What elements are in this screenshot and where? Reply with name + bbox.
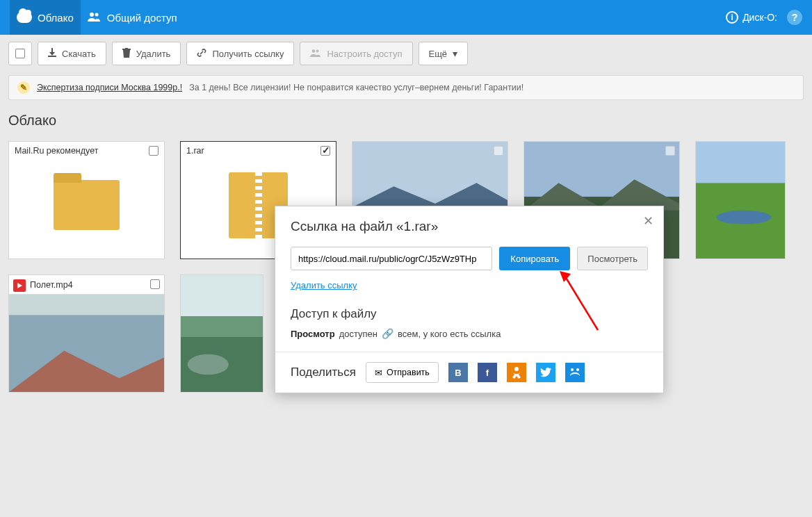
more-label: Ещё <box>429 49 448 59</box>
access-who: всем, у кого есть ссылка <box>398 329 501 339</box>
file-polet-mp4[interactable]: Полет.mp4 <box>8 274 165 393</box>
image-thumbnail <box>9 275 164 392</box>
chevron-down-icon: ▾ <box>453 48 457 59</box>
image-thumbnail <box>696 142 785 258</box>
toolbar: Скачать Удалить Получить ссылку Настроит… <box>8 42 804 65</box>
item-checkbox[interactable] <box>494 146 503 156</box>
share-title: Поделиться <box>291 366 356 379</box>
delete-link[interactable]: Удалить ссылку <box>291 280 357 290</box>
nav-cloud-label: Облако <box>38 12 74 24</box>
share-link-modal: ✕ Ссылка на файл «1.rar» Копировать Посм… <box>275 206 664 393</box>
share-url-input[interactable] <box>291 247 492 270</box>
download-button[interactable]: Скачать <box>38 42 106 65</box>
send-label: Отправить <box>387 368 430 377</box>
access-mode: Просмотр <box>291 329 335 339</box>
svg-point-14 <box>717 211 772 224</box>
share-vk-button[interactable]: B <box>448 363 468 382</box>
svg-rect-21 <box>181 316 263 337</box>
item-checkbox[interactable] <box>665 146 675 156</box>
item-checkbox[interactable] <box>150 279 160 289</box>
link-icon <box>197 48 206 60</box>
info-icon: i <box>726 11 738 24</box>
svg-point-4 <box>316 50 319 53</box>
access-text: доступен <box>339 329 377 339</box>
svg-rect-8 <box>524 142 679 197</box>
access-button[interactable]: Настроить доступ <box>300 42 412 65</box>
ad-icon: ✎ <box>17 81 30 94</box>
close-button[interactable]: ✕ <box>643 213 653 229</box>
access-label: Настроить доступ <box>327 49 402 59</box>
modal-title: Ссылка на файл «1.rar» <box>291 219 648 234</box>
nav-shared[interactable]: Общий доступ <box>81 0 184 35</box>
folder-mailru-recommends[interactable]: Mail.Ru рекомендует <box>8 141 165 259</box>
svg-point-23 <box>514 367 519 371</box>
top-nav: Облако Общий доступ i Диск-О: ? <box>0 0 812 35</box>
nav-help[interactable]: ? <box>787 10 802 25</box>
file-label: Полет.mp4 <box>30 280 73 290</box>
svg-point-24 <box>571 368 574 371</box>
cloud-icon <box>17 12 32 23</box>
image-item-3[interactable] <box>695 141 786 259</box>
nav-cloud[interactable]: Облако <box>10 0 81 35</box>
group-icon <box>310 48 321 59</box>
delete-button[interactable]: Удалить <box>112 42 181 65</box>
svg-rect-18 <box>9 295 164 315</box>
view-button[interactable]: Посмотреть <box>577 247 648 270</box>
file-label: 1.rar <box>186 146 204 156</box>
item-checkbox[interactable] <box>320 146 330 156</box>
svg-point-22 <box>188 354 229 375</box>
delete-label: Удалить <box>136 49 171 59</box>
svg-point-25 <box>576 368 579 371</box>
download-icon <box>48 48 56 59</box>
svg-point-3 <box>312 49 316 53</box>
trash-icon <box>122 48 131 60</box>
download-label: Скачать <box>62 49 96 59</box>
image-item-4[interactable] <box>180 274 263 393</box>
ad-body: За 1 день! Все лицензии! Не понравится к… <box>189 83 523 92</box>
checkbox-icon <box>15 49 25 58</box>
link-icon: 🔗 <box>382 328 393 339</box>
svg-rect-19 <box>181 275 263 316</box>
access-info: Просмотр доступен 🔗 всем, у кого есть сс… <box>291 328 648 339</box>
share-mymir-button[interactable] <box>565 363 585 382</box>
video-icon <box>13 279 26 292</box>
nav-disko-label: Диск-О: <box>742 12 777 23</box>
more-button[interactable]: Ещё ▾ <box>419 42 469 65</box>
share-ok-button[interactable] <box>507 363 526 382</box>
svg-point-1 <box>95 13 98 16</box>
mail-icon: ✉ <box>375 368 382 378</box>
svg-rect-12 <box>696 142 785 183</box>
nav-shared-label: Общий доступ <box>107 12 177 24</box>
share-section: Поделиться ✉ Отправить B f <box>275 352 663 393</box>
item-checkbox[interactable] <box>149 146 159 156</box>
getlink-button[interactable]: Получить ссылку <box>186 42 294 65</box>
image-thumbnail <box>181 275 263 392</box>
select-all-checkbox[interactable] <box>8 42 32 65</box>
svg-rect-2 <box>48 56 56 57</box>
ad-title[interactable]: Экспертиза подписи Москва 1999р.! <box>37 83 182 92</box>
svg-point-0 <box>90 13 94 17</box>
getlink-label: Получить ссылку <box>212 49 284 59</box>
share-tw-button[interactable] <box>536 363 555 382</box>
share-fb-button[interactable]: f <box>478 363 497 382</box>
nav-disko[interactable]: i Диск-О: <box>726 11 777 24</box>
ad-banner[interactable]: ✎ Экспертиза подписи Москва 1999р.! За 1… <box>8 75 804 100</box>
help-icon: ? <box>787 10 802 25</box>
access-section-title: Доступ к файлу <box>291 307 648 321</box>
send-email-button[interactable]: ✉ Отправить <box>366 362 439 383</box>
copy-button[interactable]: Копировать <box>499 247 570 270</box>
folder-icon <box>54 180 120 230</box>
folder-label: Mail.Ru рекомендует <box>15 146 98 156</box>
breadcrumb: Облако <box>8 113 804 129</box>
group-icon <box>88 11 102 24</box>
